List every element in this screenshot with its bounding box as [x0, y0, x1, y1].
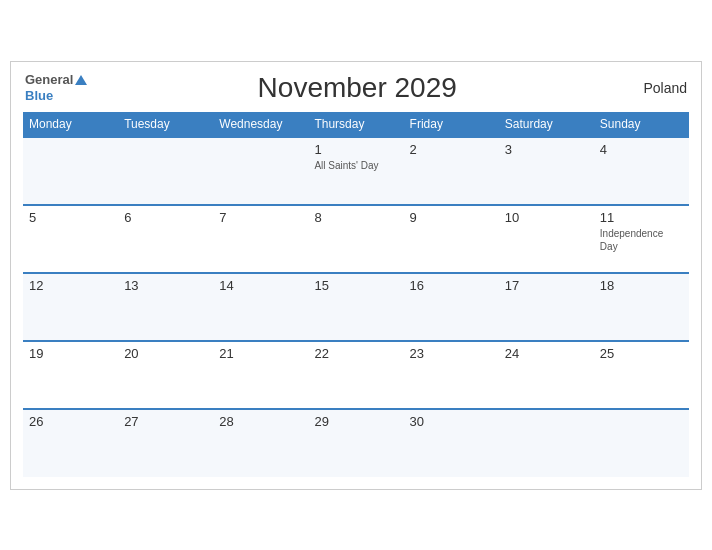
day-number: 28 — [219, 414, 302, 429]
calendar-cell: 13 — [118, 273, 213, 341]
day-number: 1 — [314, 142, 397, 157]
day-number: 3 — [505, 142, 588, 157]
calendar-cell: 7 — [213, 205, 308, 273]
calendar-cell — [118, 137, 213, 205]
calendar-cell: 2 — [404, 137, 499, 205]
day-number: 5 — [29, 210, 112, 225]
day-number: 11 — [600, 210, 683, 225]
weekday-header-monday: Monday — [23, 112, 118, 137]
logo-general-text: General — [25, 72, 73, 88]
calendar-cell: 27 — [118, 409, 213, 477]
calendar-cell: 30 — [404, 409, 499, 477]
calendar-cell: 20 — [118, 341, 213, 409]
calendar-cell: 11Independence Day — [594, 205, 689, 273]
month-title: November 2029 — [87, 72, 627, 104]
calendar-cell: 18 — [594, 273, 689, 341]
logo-blue-text: Blue — [25, 88, 87, 104]
logo: General Blue — [25, 72, 87, 103]
day-number: 10 — [505, 210, 588, 225]
day-number: 20 — [124, 346, 207, 361]
day-number: 23 — [410, 346, 493, 361]
day-number: 15 — [314, 278, 397, 293]
day-number: 13 — [124, 278, 207, 293]
calendar-cell: 28 — [213, 409, 308, 477]
calendar-container: General Blue November 2029 Poland Monday… — [10, 61, 702, 490]
day-number: 8 — [314, 210, 397, 225]
day-number: 9 — [410, 210, 493, 225]
day-number: 2 — [410, 142, 493, 157]
day-number: 7 — [219, 210, 302, 225]
calendar-cell: 5 — [23, 205, 118, 273]
day-number: 18 — [600, 278, 683, 293]
calendar-cell — [499, 409, 594, 477]
calendar-cell: 6 — [118, 205, 213, 273]
weekday-header-row: MondayTuesdayWednesdayThursdayFridaySatu… — [23, 112, 689, 137]
day-number: 25 — [600, 346, 683, 361]
day-number: 6 — [124, 210, 207, 225]
weekday-header-wednesday: Wednesday — [213, 112, 308, 137]
calendar-week-row: 2627282930 — [23, 409, 689, 477]
calendar-cell: 8 — [308, 205, 403, 273]
day-number: 21 — [219, 346, 302, 361]
day-event: All Saints' Day — [314, 159, 397, 172]
calendar-cell — [594, 409, 689, 477]
calendar-cell: 24 — [499, 341, 594, 409]
day-number: 30 — [410, 414, 493, 429]
day-number: 24 — [505, 346, 588, 361]
calendar-cell: 19 — [23, 341, 118, 409]
day-number: 29 — [314, 414, 397, 429]
calendar-cell: 3 — [499, 137, 594, 205]
day-number: 16 — [410, 278, 493, 293]
calendar-cell: 4 — [594, 137, 689, 205]
day-number: 19 — [29, 346, 112, 361]
calendar-week-row: 12131415161718 — [23, 273, 689, 341]
calendar-cell: 25 — [594, 341, 689, 409]
calendar-header: General Blue November 2029 Poland — [23, 72, 689, 104]
day-event: Independence Day — [600, 227, 683, 253]
day-number: 14 — [219, 278, 302, 293]
calendar-cell: 12 — [23, 273, 118, 341]
weekday-header-friday: Friday — [404, 112, 499, 137]
day-number: 26 — [29, 414, 112, 429]
weekday-header-sunday: Sunday — [594, 112, 689, 137]
day-number: 22 — [314, 346, 397, 361]
calendar-cell: 22 — [308, 341, 403, 409]
calendar-cell: 23 — [404, 341, 499, 409]
calendar-cell: 16 — [404, 273, 499, 341]
calendar-cell: 14 — [213, 273, 308, 341]
calendar-cell — [23, 137, 118, 205]
day-number: 4 — [600, 142, 683, 157]
calendar-cell: 9 — [404, 205, 499, 273]
calendar-cell: 10 — [499, 205, 594, 273]
calendar-cell: 15 — [308, 273, 403, 341]
weekday-header-saturday: Saturday — [499, 112, 594, 137]
logo-triangle-icon — [75, 75, 87, 85]
country-label: Poland — [627, 80, 687, 96]
weekday-header-thursday: Thursday — [308, 112, 403, 137]
calendar-cell: 29 — [308, 409, 403, 477]
calendar-week-row: 567891011Independence Day — [23, 205, 689, 273]
day-number: 27 — [124, 414, 207, 429]
calendar-grid: MondayTuesdayWednesdayThursdayFridaySatu… — [23, 112, 689, 477]
calendar-cell — [213, 137, 308, 205]
calendar-cell: 17 — [499, 273, 594, 341]
calendar-cell: 21 — [213, 341, 308, 409]
calendar-cell: 1All Saints' Day — [308, 137, 403, 205]
calendar-cell: 26 — [23, 409, 118, 477]
calendar-week-row: 1All Saints' Day234 — [23, 137, 689, 205]
day-number: 12 — [29, 278, 112, 293]
weekday-header-tuesday: Tuesday — [118, 112, 213, 137]
calendar-week-row: 19202122232425 — [23, 341, 689, 409]
day-number: 17 — [505, 278, 588, 293]
